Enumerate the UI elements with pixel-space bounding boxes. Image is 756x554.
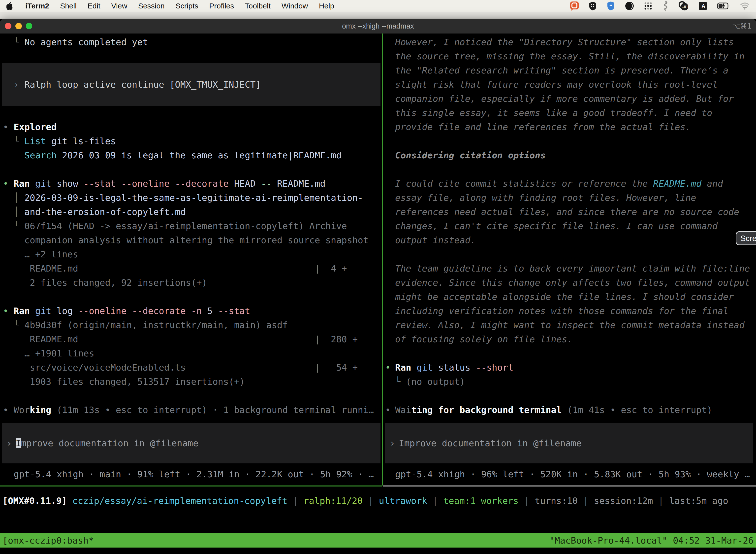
terminal-line: companion analysis without altering the … [14,233,382,247]
left-pane-scrollback: └ No agents completed yet› Ralph loop ac… [0,35,382,417]
omx-session-time: session:12m [594,496,653,506]
terminal-line: … +1901 lines [14,346,382,361]
keyboard-layout-label: A [701,3,705,9]
menu-item[interactable]: iTerm2 [25,2,49,10]
tmux-session-window[interactable]: [omx-cczip0:bash* [2,535,94,546]
menu-item[interactable]: Profiles [209,2,234,10]
menu-items: iTerm2ShellEditViewSessionScriptsProfile… [25,2,334,10]
window-shortcut: ⌥⌘1 [732,22,752,30]
tmux-status-bar: [omx-cczip0:bash* "MacBook-Pro-44.local"… [0,533,756,548]
omx-turns: turns:10 [535,496,578,506]
terminal-line: README.md | 4 + [14,261,382,276]
omx-ultrawork-flag: ultrawork [379,496,427,506]
grid-dots-icon[interactable] [644,1,652,10]
terminal-line: might be acceptable alongside the file l… [395,290,756,304]
terminal-line [395,247,756,261]
vpn-shield-icon[interactable] [607,1,615,10]
right-prompt-input[interactable]: ›Improve documentation in @filename [385,423,753,463]
terminal-line: companion file, especially if more comme… [395,92,756,106]
terminal-line [395,162,756,176]
left-pane-bottom-border [0,486,382,487]
terminal-line: │ and-the-erosion-of-copyleft.md [14,205,382,219]
left-pane[interactable]: └ No agents completed yet› Ralph loop ac… [0,34,382,486]
zoom-button[interactable] [26,23,32,29]
terminal-line: changes, I can't cite specific file line… [395,219,756,233]
terminal-line: including verification notes with those … [395,304,756,318]
omx-branch-path: cczip/essay/ai-reimplementation-copyleft [67,496,288,506]
bullet-icon: • [385,403,391,417]
menu-item[interactable]: Toolbelt [245,2,271,10]
terminal-line: └ 4b9d30f (origin/main, instructkr/main,… [14,318,382,332]
bullet-icon: • [3,120,8,134]
terminal-line: src/voice/voiceModeEnabled.ts | 54 + [14,361,382,375]
terminal-line: › Ralph loop active continue [OMX_TMUX_I… [14,79,261,90]
menu-item[interactable]: Window [281,2,308,10]
omx-version: [OMX#0.11.9] [2,496,67,506]
terminal-line [395,389,756,403]
terminal-line [14,106,382,120]
menu-item[interactable]: Scripts [176,2,198,10]
terminal-line: of focusing solely on file lines. [395,332,756,346]
input-text: Improve documentation in @filename [399,438,582,448]
bullet-icon: • [3,403,8,417]
chat-app-icon[interactable] [570,1,579,10]
terminal-line [14,290,382,304]
terminal-line [14,389,382,403]
terminal-line: README.md | 280 + [14,332,382,346]
terminal-line: I could cite commit statistics or refere… [395,176,756,190]
terminal-line [395,134,756,148]
apple-icon[interactable] [6,2,13,10]
pane-divider[interactable] [382,34,383,486]
timer-badge-label: ..61 [682,4,688,9]
terminal-line: •Explored [14,120,382,134]
right-pane-scrollback: However, I noticed the "Directory Struct… [383,35,756,417]
timer-badge-icon[interactable]: ..61 [679,1,689,10]
right-pane[interactable]: However, I noticed the "Directory Struct… [383,34,756,486]
terminal-line: essay file, along with finding root file… [395,190,756,205]
minimize-button[interactable] [15,23,22,29]
text-cursor: I [16,438,21,448]
terminal-line: •Ran git show --stat --oneline --decorat… [14,176,382,190]
menu-bar: iTerm2ShellEditViewSessionScriptsProfile… [0,0,756,12]
title-bar: omx --xhigh --madmax ⌥⌘1 [0,19,756,34]
terminal-line: └ 067f154 (HEAD -> essay/ai-reimplementa… [14,219,382,233]
prompt-chevron-icon: › [6,438,16,448]
terminal-line: this single essay, it seems like a good … [395,106,756,120]
omx-last-activity: last:5m ago [669,496,728,506]
terminal-line: •Ran git log --oneline --decorate -n 5 -… [14,304,382,318]
keyboard-layout-icon[interactable]: A [698,1,707,10]
omx-status-line: [OMX#0.11.9] cczip/essay/ai-reimplementa… [2,496,756,506]
right-pane-bottom-border [383,486,756,487]
terminal-line [395,346,756,361]
bullet-icon: • [3,304,8,318]
prompt-chevron-icon: › [390,438,399,448]
terminal-line [14,162,382,176]
menu-item[interactable]: Session [138,2,165,10]
menu-item[interactable]: Edit [87,2,101,10]
wifi-icon[interactable] [740,1,750,10]
shield-grid-icon[interactable] [589,1,597,10]
close-button[interactable] [5,23,11,29]
moon-disk-icon[interactable] [625,1,634,10]
terminal-line: •Ran git status --short [395,361,756,375]
menu-item[interactable]: View [111,2,127,10]
terminal-line [14,49,382,63]
injected-prompt-box: › Ralph loop active continue [OMX_TMUX_I… [2,63,380,106]
left-prompt-input[interactable]: ›Improve documentation in @filename [2,423,380,463]
omx-ralph-counter: ralph:11/20 [304,496,363,506]
menu-item[interactable]: Shell [60,2,77,10]
terminal-line: └ List git ls-files [14,134,382,148]
bullet-icon: • [3,176,8,190]
terminal-line: 2 files changed, 92 insertions(+) [14,276,382,290]
right-model-status: gpt-5.4 xhigh · 96% left · 520K in · 5.8… [395,469,750,479]
battery-icon[interactable] [717,1,730,10]
terminal-line: └ No agents completed yet [14,35,382,49]
terminal-line: output instead. [395,233,756,247]
terminal-line: Search 2026-03-09-is-legal-the-same-as-l… [14,148,382,162]
terminal-line: 1903 files changed, 513517 insertions(+) [14,375,382,389]
terminal-line: Considering citation options [395,148,756,162]
window-title: omx --xhigh --madmax [342,22,414,30]
menu-item[interactable]: Help [319,2,334,10]
dragon-icon[interactable] [662,1,669,10]
terminal-line: the source tree, missing the essay. Stil… [395,49,756,63]
